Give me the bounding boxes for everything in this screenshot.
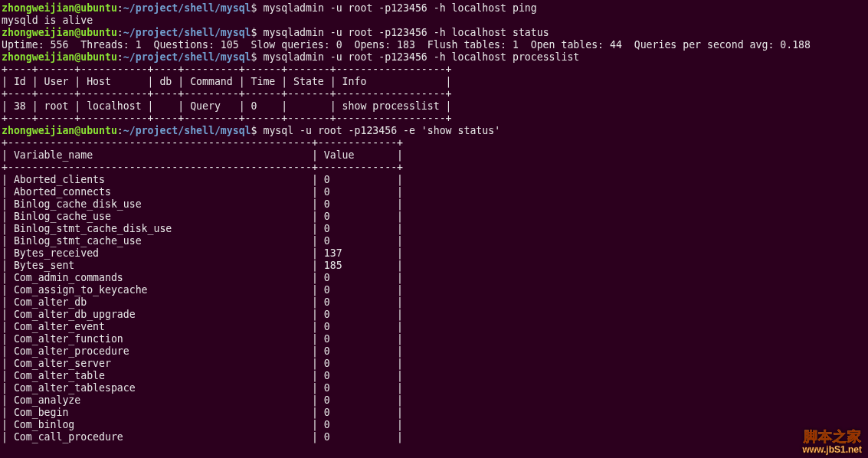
status-row: | Com_alter_procedure | 0 | [2,345,403,357]
prompt-path: ~/project/shell/mysql [123,125,251,136]
terminal-output[interactable]: zhongweijian@ubuntu:~/project/shell/mysq… [0,0,868,446]
status-row: | Com_alter_function | 0 | [2,333,403,345]
processlist-row: | 38 | root | localhost | | Query | 0 | … [2,100,452,112]
command-ping: mysqladmin -u root -p123456 -h localhost… [263,2,536,14]
status-row: | Bytes_received | 137 | [2,247,403,259]
status-row: | Binlog_cache_use | 0 | [2,211,403,222]
status-header: | Variable_name | Value | [2,149,403,161]
status-row: | Com_binlog | 0 | [2,419,403,430]
processlist-header: | Id | User | Host | db | Command | Time… [2,76,452,87]
status-border: +---------------------------------------… [2,137,403,149]
status-row: | Com_alter_server | 0 | [2,358,403,369]
status-row: | Com_alter_event | 0 | [2,321,403,332]
status-row: | Com_analyze | 0 | [2,394,403,406]
status-row: | Com_alter_tablespace | 0 | [2,382,403,394]
prompt-user: zhongweijian@ubuntu [2,27,117,38]
prompt-user: zhongweijian@ubuntu [2,2,117,14]
output-status: Uptime: 556 Threads: 1 Questions: 105 Sl… [2,39,811,51]
processlist-border: +----+------+-----------+----+---------+… [2,64,452,75]
processlist-border: +----+------+-----------+----+---------+… [2,113,452,124]
status-row: | Binlog_stmt_cache_use | 0 | [2,235,403,247]
status-row: | Aborted_clients | 0 | [2,174,403,185]
prompt-path: ~/project/shell/mysql [123,2,251,14]
command-status: mysqladmin -u root -p123456 -h localhost… [263,27,549,38]
status-row: | Binlog_cache_disk_use | 0 | [2,198,403,210]
status-row: | Com_alter_table | 0 | [2,370,403,381]
processlist-border: +----+------+-----------+----+---------+… [2,88,452,100]
status-row: | Binlog_stmt_cache_disk_use | 0 | [2,223,403,234]
status-border: +---------------------------------------… [2,162,403,173]
status-row: | Com_alter_db_upgrade | 0 | [2,309,403,320]
status-row: | Com_alter_db | 0 | [2,296,403,308]
watermark-url: www.jbS1.net [802,445,862,455]
prompt-user: zhongweijian@ubuntu [2,51,117,63]
output-ping: mysqld is alive [2,15,93,26]
status-row: | Com_begin | 0 | [2,407,403,418]
prompt-user: zhongweijian@ubuntu [2,125,117,136]
status-row: | Aborted_connects | 0 | [2,186,403,198]
prompt-path: ~/project/shell/mysql [123,51,251,63]
command-show-status: mysql -u root -p123456 -e 'show status' [263,125,500,136]
status-row: | Com_admin_commands | 0 | [2,272,403,283]
command-processlist: mysqladmin -u root -p123456 -h localhost… [263,51,579,63]
status-row: | Bytes_sent | 185 | [2,260,403,271]
prompt-path: ~/project/shell/mysql [123,27,251,38]
status-row: | Com_call_procedure | 0 | [2,431,403,443]
status-row: | Com_assign_to_keycache | 0 | [2,284,403,296]
